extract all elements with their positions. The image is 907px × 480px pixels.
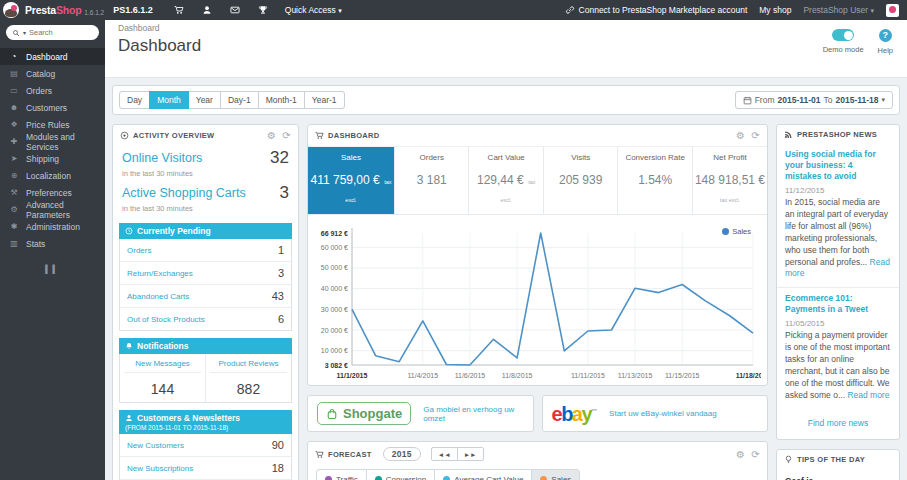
- list-item[interactable]: Orders1: [120, 239, 291, 262]
- svg-text:11/8/2015: 11/8/2015: [502, 372, 533, 379]
- kpi-cart-value[interactable]: Cart Value129,44 € tax excl.: [468, 147, 542, 214]
- news-article-title[interactable]: Ecommerce 101: Payments in a Tweet: [785, 293, 891, 315]
- find-more-news-link[interactable]: Find more news: [777, 409, 899, 439]
- quick-access-menu[interactable]: Quick Access ▾: [285, 5, 342, 15]
- forecast-year[interactable]: 2015: [383, 447, 421, 461]
- legend-dot-icon: [722, 228, 729, 235]
- shopgate-ad-link[interactable]: Ga mobiel en verhoog uw omzet: [423, 405, 523, 423]
- active-carts-value: 3: [280, 183, 289, 203]
- sidebar-item-shipping[interactable]: ➤Shipping: [0, 150, 105, 167]
- user-menu[interactable]: PrestaShop User ▾: [803, 5, 874, 15]
- gear-icon[interactable]: ⚙: [267, 130, 276, 141]
- caret-down-icon[interactable]: ▾: [23, 29, 26, 36]
- caret-down-icon: ▾: [870, 7, 874, 14]
- filter-month-1-button[interactable]: Month-1: [258, 91, 305, 109]
- gear-icon[interactable]: ⚙: [736, 130, 745, 141]
- kpi-net-profit[interactable]: Net Profit148 918,51 € tax excl.: [692, 147, 767, 214]
- ebay-logo: ebay™: [552, 404, 598, 424]
- help-control: ? Help: [878, 29, 893, 55]
- svg-text:40 000 €: 40 000 €: [321, 285, 348, 292]
- forecast-next-button[interactable]: ►►: [457, 447, 484, 461]
- new-messages-stat[interactable]: New Messages144: [120, 354, 205, 402]
- my-shop-link[interactable]: My shop: [759, 5, 791, 15]
- list-item[interactable]: New Subscriptions18: [120, 457, 291, 480]
- gear-icon[interactable]: ⚙: [736, 449, 745, 460]
- help-icon[interactable]: ?: [879, 29, 892, 42]
- forecast-toggle-average-cart-value[interactable]: Average Cart Value: [434, 470, 531, 480]
- news-article-title[interactable]: Using social media for your business: 4 …: [785, 149, 891, 182]
- refresh-icon[interactable]: ⟳: [751, 130, 760, 141]
- list-item[interactable]: Return/Exchanges3: [120, 262, 291, 285]
- messages-icon[interactable]: [230, 5, 240, 15]
- product-reviews-stat[interactable]: Product Reviews882: [205, 354, 291, 402]
- filter-year-1-button[interactable]: Year-1: [304, 91, 345, 109]
- list-item[interactable]: New Customers90: [120, 434, 291, 457]
- sales-chart-svg[interactable]: 3 082 €10 000 €20 000 €30 000 €40 000 €5…: [312, 223, 761, 385]
- localization-icon: ⊕: [9, 171, 19, 180]
- forecast-toggle-conversion[interactable]: Conversion: [366, 470, 434, 480]
- currently-pending-header: Currently Pending: [119, 223, 292, 239]
- list-item[interactable]: Out of Stock Products6: [120, 308, 291, 330]
- clock-icon: [125, 227, 133, 235]
- user-avatar[interactable]: [886, 4, 899, 17]
- ebay-ad-link[interactable]: Start uw eBay-winkel vandaag: [609, 409, 717, 418]
- sidebar-item-localization[interactable]: ⊕Localization: [0, 167, 105, 184]
- cart-icon: [315, 450, 324, 459]
- online-visitors-link[interactable]: Online Visitors: [122, 151, 202, 165]
- forecast-prev-button[interactable]: ◄◄: [431, 447, 458, 461]
- filter-month-button[interactable]: Month: [149, 91, 189, 109]
- shopgate-logo: Shopgate: [317, 402, 411, 425]
- demo-mode-toggle[interactable]: [832, 29, 854, 41]
- caret-down-icon: ▾: [881, 96, 885, 104]
- forecast-toggle-sales[interactable]: Sales: [531, 470, 579, 480]
- svg-text:20 000 €: 20 000 €: [321, 327, 348, 334]
- trophy-icon[interactable]: [258, 5, 268, 15]
- currently-pending-list: Orders1 Return/Exchanges3 Abandoned Cart…: [119, 239, 292, 331]
- sidebar-item-administration[interactable]: ✱Administration: [0, 218, 105, 235]
- forecast-toggle-traffic[interactable]: Traffic: [317, 470, 366, 480]
- marketplace-link[interactable]: Connect to PrestaShop Marketplace accoun…: [565, 5, 748, 15]
- kpi-orders[interactable]: Orders3 181: [394, 147, 468, 214]
- sidebar-item-catalog[interactable]: ▤Catalog: [0, 65, 105, 82]
- date-range-picker[interactable]: From2015-11-01 To2015-11-18 ▾: [735, 91, 893, 109]
- customers-newsletters-header: Customers & Newsletters (FROM 2015-11-01…: [119, 410, 292, 434]
- online-visitors-sub: in the last 30 minutes: [113, 169, 298, 181]
- read-more-link[interactable]: Read more: [847, 390, 889, 400]
- sidebar-item-price-rules[interactable]: ❖Price Rules: [0, 116, 105, 133]
- news-article: Ecommerce 101: Payments in a Tweet 11/05…: [777, 288, 899, 408]
- ingenico-logo: ingenico Paymentservices: [841, 476, 903, 480]
- sidebar-search[interactable]: ▾: [6, 25, 99, 40]
- sidebar-item-advanced-parameters[interactable]: ⚙Advanced Parameters: [0, 201, 105, 218]
- kpi-visits[interactable]: Visits205 939: [543, 147, 617, 214]
- search-input[interactable]: [29, 28, 93, 37]
- sidebar-item-dashboard[interactable]: ◔Dashboard: [0, 48, 105, 65]
- sidebar-item-customers[interactable]: ☻Customers: [0, 99, 105, 116]
- sidebar-item-orders[interactable]: ▭Orders: [0, 82, 105, 99]
- page-header: Dashboard Dashboard Demo mode ? Help: [105, 20, 907, 78]
- svg-text:11/18/2015: 11/18/2015: [736, 372, 761, 379]
- prestashop-logo[interactable]: [3, 2, 19, 18]
- filter-day-button[interactable]: Day: [119, 91, 150, 109]
- caret-down-icon: ▾: [338, 7, 342, 14]
- user-icon: [125, 414, 133, 422]
- sidebar-collapse-button[interactable]: ▍▍: [0, 265, 105, 274]
- kpi-conversion-rate[interactable]: Conversion Rate1.54%: [617, 147, 691, 214]
- sidebar-item-modules[interactable]: ✚Modules and Services: [0, 133, 105, 150]
- cart-icon[interactable]: [174, 5, 184, 15]
- kpi-sales[interactable]: Sales411 759,00 € tax excl.: [308, 147, 394, 214]
- customers-icon[interactable]: [202, 5, 212, 15]
- legend-dot-icon: [443, 476, 450, 480]
- refresh-icon[interactable]: ⟳: [751, 449, 760, 460]
- refresh-icon[interactable]: ⟳: [282, 130, 291, 141]
- filter-day-1-button[interactable]: Day-1: [220, 91, 259, 109]
- active-carts-link[interactable]: Active Shopping Carts: [122, 186, 246, 200]
- sidebar-item-preferences[interactable]: ⚒Preferences: [0, 184, 105, 201]
- link-icon: [565, 5, 575, 15]
- sidebar-item-stats[interactable]: ▥Stats: [0, 235, 105, 252]
- forecast-panel: FORECAST 2015 ◄◄ ►► ⚙⟳ Traffic Conversio…: [307, 441, 768, 480]
- svg-text:11/15/2015: 11/15/2015: [665, 372, 700, 379]
- list-item[interactable]: Abandoned Carts43: [120, 285, 291, 308]
- news-article-date: 11/05/2015: [785, 319, 891, 328]
- news-article-date: 11/12/2015: [785, 186, 891, 195]
- filter-year-button[interactable]: Year: [188, 91, 221, 109]
